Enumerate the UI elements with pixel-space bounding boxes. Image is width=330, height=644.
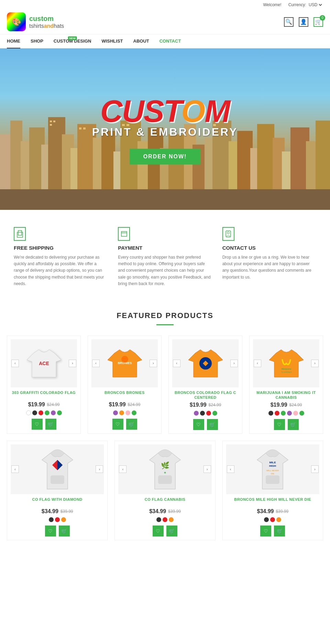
hero-subtitle: PRINT & EMBROIDERY	[92, 126, 238, 138]
shipping-icon	[14, 227, 26, 241]
svg-rect-55	[266, 475, 279, 484]
featured-underline	[156, 324, 174, 325]
main-nav: HOME SHOP CUSTOM DESIGN NEW WISHLIST ABO…	[0, 34, 330, 48]
swatch[interactable]	[156, 517, 161, 522]
swatch[interactable]	[169, 517, 174, 522]
swatch[interactable]	[275, 411, 279, 416]
hoodie-prev-3[interactable]: ‹	[227, 465, 234, 473]
hoodie-wishlist-btn-2[interactable]: ♡	[153, 526, 164, 536]
product-prev-2[interactable]: ‹	[92, 360, 100, 367]
user-icon[interactable]: 👤	[299, 17, 308, 27]
svg-rect-52	[158, 475, 172, 484]
wishlist-btn-1[interactable]: ♡	[32, 419, 43, 430]
swatch[interactable]	[26, 410, 31, 415]
nav-contact[interactable]: CONTACT	[160, 34, 181, 48]
swatch[interactable]	[264, 517, 269, 522]
hoodie-prev-2[interactable]: ‹	[119, 465, 126, 473]
swatch[interactable]	[119, 410, 124, 415]
hoodie-cart-btn-2[interactable]: 🛒	[166, 526, 177, 536]
swatch[interactable]	[49, 517, 54, 522]
hoodie-next-3[interactable]: ›	[311, 465, 319, 473]
svg-text:MILE: MILE	[270, 461, 276, 464]
wishlist-btn-2[interactable]: ♡	[112, 419, 123, 430]
hoodie-name-3: BRONCOS MILE HIGH WILL NEVER DIE	[234, 497, 311, 507]
nav-home[interactable]: HOME	[7, 34, 20, 48]
svg-rect-30	[0, 189, 330, 210]
product-name-3: BRONCOS COLORADO FLAG C CENTERED	[172, 390, 239, 400]
price-old-2: $24.99	[128, 402, 141, 407]
currency-select[interactable]: USD EUR	[307, 2, 323, 8]
hoodie-next-1[interactable]: ›	[96, 465, 103, 473]
price-old-1: $24.99	[47, 402, 60, 407]
hoodie-actions-1: ♡ 🛒	[45, 526, 70, 536]
product-next-1[interactable]: ›	[69, 360, 76, 367]
cart-btn-4[interactable]: 🛒	[288, 419, 299, 430]
swatch[interactable]	[57, 410, 62, 415]
product-price-4: $19.99 $24.99	[271, 402, 302, 408]
logo[interactable]: 🎨 custom tshirtsandhats	[7, 12, 64, 31]
order-now-button[interactable]: ORDER NOW!	[130, 149, 201, 165]
swatch[interactable]	[276, 517, 281, 522]
hoodie-card-2: ‹ 🌿 ★ › CO FLAG CANNABIS $34.99 $39.99	[114, 441, 215, 540]
nav-wishlist[interactable]: WISHLIST	[101, 34, 123, 48]
hoodie-image-1: ‹ ›	[11, 444, 104, 494]
wishlist-btn-4[interactable]: ♡	[274, 419, 285, 430]
swatch[interactable]	[268, 411, 273, 416]
hoodie-cart-btn-1[interactable]: 🛒	[59, 526, 70, 536]
swatch[interactable]	[113, 410, 118, 415]
search-icon[interactable]: 🔍	[284, 17, 294, 27]
hoodie-cart-btn-3[interactable]: 🛒	[274, 526, 285, 536]
swatch[interactable]	[270, 517, 275, 522]
hoodie-image-3: ‹ MILE HIGH WILL NEVER DIE ›	[226, 444, 319, 494]
hoodie-wishlist-btn-3[interactable]: ♡	[260, 526, 271, 536]
swatch[interactable]	[163, 517, 167, 522]
hoodie-next-2[interactable]: ›	[204, 465, 211, 473]
product-next-3[interactable]: ›	[230, 360, 238, 367]
cart-btn-2[interactable]: 🛒	[126, 419, 137, 430]
wishlist-btn-3[interactable]: ♡	[193, 419, 204, 430]
hoodie-price-old-1: $39.99	[60, 509, 73, 514]
product-prev-3[interactable]: ‹	[173, 360, 180, 367]
product-prev-4[interactable]: ‹	[254, 360, 261, 367]
swatch[interactable]	[293, 411, 298, 416]
swatch[interactable]	[38, 410, 43, 415]
product-next-2[interactable]: ›	[150, 360, 157, 367]
svg-rect-41	[121, 231, 127, 236]
nav-shop[interactable]: SHOP	[31, 34, 43, 48]
cart-btn-3[interactable]: 🛒	[207, 419, 218, 430]
cart-icon[interactable]: 🛒 0	[314, 17, 323, 27]
swatch[interactable]	[194, 411, 199, 416]
swatch[interactable]	[32, 410, 37, 415]
swatch[interactable]	[212, 411, 217, 416]
product-prev-1[interactable]: ‹	[11, 360, 19, 367]
cart-btn-1[interactable]: 🛒	[45, 419, 56, 430]
price-old-4: $24.99	[289, 403, 302, 407]
nav-custom-design[interactable]: CUSTOM DESIGN NEW	[54, 34, 91, 48]
swatch[interactable]	[55, 517, 60, 522]
swatch[interactable]	[287, 411, 292, 416]
welcome-text: Welcome!	[263, 2, 282, 7]
swatch[interactable]	[281, 411, 286, 416]
hoodie-price-1: $34.99 $39.99	[42, 508, 73, 515]
swatch[interactable]	[200, 411, 205, 416]
product-actions-1: ♡ 🛒	[32, 419, 56, 430]
svg-rect-34	[79, 127, 81, 129]
hero-content: CUSTOM PRINT & EMBROIDERY ORDER NOW!	[92, 94, 238, 165]
swatch[interactable]	[206, 411, 211, 416]
product-actions-3: ♡ 🛒	[193, 419, 218, 430]
product-next-4[interactable]: ›	[311, 360, 319, 367]
svg-text:DIE: DIE	[271, 473, 274, 475]
swatch[interactable]	[132, 410, 136, 415]
swatch[interactable]	[299, 411, 304, 416]
swatch[interactable]	[61, 517, 66, 522]
hoodie-prev-1[interactable]: ‹	[11, 465, 19, 473]
hoodie-actions-2: ♡ 🛒	[153, 526, 177, 536]
featured-title: FEATURED PRODUCTS	[7, 311, 323, 320]
swatch[interactable]	[51, 410, 56, 415]
hoodie-wishlist-btn-1[interactable]: ♡	[45, 526, 56, 536]
payment-icon	[118, 227, 130, 241]
swatch[interactable]	[45, 410, 50, 415]
swatch[interactable]	[125, 410, 130, 415]
nav-about[interactable]: ABOUT	[133, 34, 149, 48]
product-card-4: ‹ Marijuana I'm smoking it › MARIJUANA I…	[249, 336, 323, 434]
